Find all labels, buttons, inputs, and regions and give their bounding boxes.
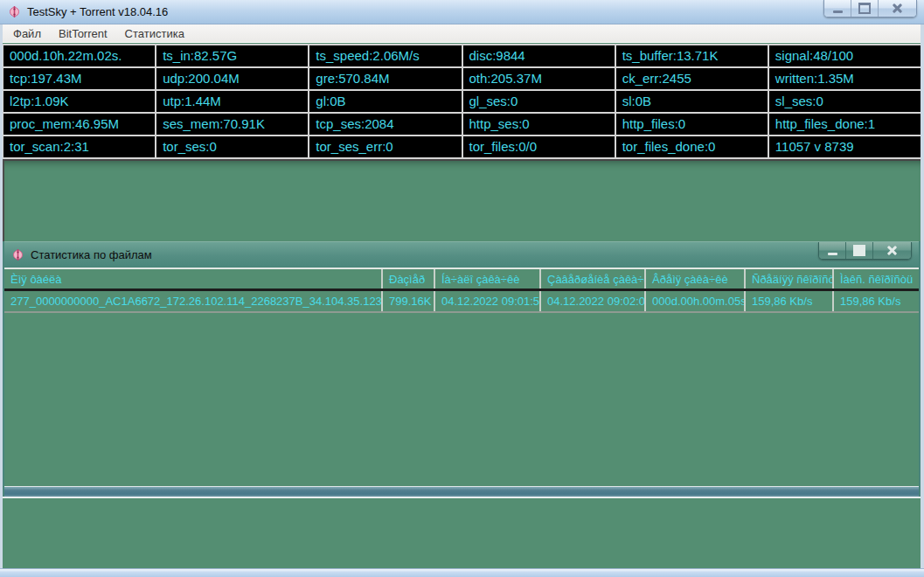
menu-item-bittorrent[interactable]: BitTorrent xyxy=(50,25,116,42)
maximize-icon xyxy=(853,245,865,256)
close-icon xyxy=(892,3,903,13)
stats-grid: 000d.10h.22m.02s. ts_in:82.57G ts_speed:… xyxy=(2,44,922,159)
main-titlebar[interactable]: TestSky + Torrent v18.04.16 xyxy=(0,0,924,24)
stat-tor-ses-err: tor_ses_err:0 xyxy=(309,136,461,157)
maximize-icon xyxy=(858,3,871,14)
main-window-controls xyxy=(823,0,917,17)
menu-item-statistics[interactable]: Статистика xyxy=(116,25,193,42)
column-header-duration[interactable]: Âðåìÿ çàêà÷êè xyxy=(646,269,746,288)
stat-http-ses: http_ses:0 xyxy=(463,114,615,135)
app-icon[interactable] xyxy=(8,5,21,18)
main-window-bottom-border xyxy=(0,568,924,577)
file-row[interactable]: 277_0000000000_AC1A6672_172.26.102.114_2… xyxy=(4,291,919,313)
column-header-size[interactable]: Ðàçìåð xyxy=(383,269,435,288)
stat-gl: gl:0B xyxy=(309,91,461,112)
stat-ts-in: ts_in:82.57G xyxy=(156,45,308,66)
stat-l2tp: l2tp:1.09K xyxy=(3,91,155,112)
client-area xyxy=(3,159,921,241)
column-header-avg-speed[interactable]: Ñðåäíÿÿ ñêîðîñòü xyxy=(746,269,834,288)
menubar: Файл BitTorrent Статистика xyxy=(0,24,924,43)
files-window-controls xyxy=(818,242,912,260)
main-window-title: TestSky + Torrent v18.04.16 xyxy=(27,5,168,18)
stat-utp: utp:1.44M xyxy=(156,91,308,112)
minimize-icon xyxy=(833,10,843,13)
maximize-button[interactable] xyxy=(851,0,879,17)
files-app-icon[interactable] xyxy=(11,248,24,261)
stat-sl: sl:0B xyxy=(616,91,768,112)
stat-tcp: tcp:197.43M xyxy=(3,68,155,89)
column-header-max-speed[interactable]: Ìàêñ. ñêîðîñòü xyxy=(834,269,919,288)
stat-ts-buffer: ts_buffer:13.71K xyxy=(616,45,768,66)
file-max-speed-cell: 159,86 Kb/s xyxy=(834,291,919,311)
files-maximize-button[interactable] xyxy=(846,242,873,259)
files-titlebar[interactable]: Статистика по файлам xyxy=(4,241,919,268)
stat-ck-err: ck_err:2455 xyxy=(616,68,768,89)
files-table: Èìÿ ôàéëà Ðàçìåð Íà÷àëî çàêà÷êè Çàâåðøåí… xyxy=(4,268,919,486)
stat-oth: oth:205.37M xyxy=(463,68,615,89)
minimize-icon xyxy=(828,253,837,255)
files-table-empty-area xyxy=(4,313,919,486)
stat-disc: disc:9844 xyxy=(463,45,615,66)
lower-panel xyxy=(3,497,921,568)
stat-http-files: http_files:0 xyxy=(616,114,768,135)
stat-proc-mem: proc_mem:46.95M xyxy=(3,114,155,135)
stat-ts-speed: ts_speed:2.06M/s xyxy=(309,45,461,66)
stat-signal: signal:48/100 xyxy=(769,45,921,66)
stat-tor-files-done: tor_files_done:0 xyxy=(616,136,768,157)
stat-http-files-done: http_files_done:1 xyxy=(769,114,921,135)
close-button[interactable] xyxy=(879,0,916,17)
stat-tcp-ses: tcp_ses:2084 xyxy=(309,114,461,135)
stat-tor-files: tor_files:0/0 xyxy=(463,136,615,157)
file-name-cell: 277_0000000000_AC1A6672_172.26.102.114_2… xyxy=(4,291,383,311)
minimize-button[interactable] xyxy=(824,0,851,17)
menu-item-file[interactable]: Файл xyxy=(4,25,50,42)
stat-gre: gre:570.84M xyxy=(309,68,461,89)
file-start-cell: 04.12.2022 09:01:56 xyxy=(435,291,541,311)
stat-ses-mem: ses_mem:70.91K xyxy=(156,114,308,135)
file-finish-cell: 04.12.2022 09:02:01 xyxy=(541,291,646,311)
files-close-button[interactable] xyxy=(873,242,911,259)
file-duration-cell: 000d.00h.00m.05s. xyxy=(646,291,746,311)
stat-uptime: 000d.10h.22m.02s. xyxy=(3,45,155,66)
stat-tor-ses: tor_ses:0 xyxy=(156,136,308,157)
main-window: TestSky + Torrent v18.04.16 Файл BitTorr… xyxy=(0,0,924,577)
column-header-finish-time[interactable]: Çàâåðøåíèå çàêà÷êè xyxy=(541,269,646,288)
column-header-filename[interactable]: Èìÿ ôàéëà xyxy=(4,269,383,288)
main-window-left-border xyxy=(0,24,3,568)
close-icon xyxy=(886,246,898,255)
file-avg-speed-cell: 159,86 Kb/s xyxy=(746,291,834,311)
column-header-start-time[interactable]: Íà÷àëî çàêà÷êè xyxy=(435,269,541,288)
files-table-header: Èìÿ ôàéëà Ðàçìåð Íà÷àëî çàêà÷êè Çàâåðøåí… xyxy=(4,269,919,291)
stat-udp: udp:200.04M xyxy=(156,68,308,89)
main-window-right-border xyxy=(921,24,924,568)
stat-written: written:1.35M xyxy=(769,68,921,89)
files-minimize-button[interactable] xyxy=(819,242,846,259)
files-window-title: Статистика по файлам xyxy=(31,248,152,261)
files-window-bottom-border xyxy=(4,486,919,497)
stat-tor-scan: tor_scan:2:31 xyxy=(3,136,155,157)
stat-gl-ses: gl_ses:0 xyxy=(463,91,615,112)
files-window: Статистика по файлам Èìÿ ôàéëà Ðàçìåð Íà… xyxy=(3,241,921,497)
file-size-cell: 799.16K xyxy=(383,291,435,311)
stat-version-counters: 11057 v 8739 xyxy=(769,136,921,157)
stat-sl-ses: sl_ses:0 xyxy=(769,91,921,112)
